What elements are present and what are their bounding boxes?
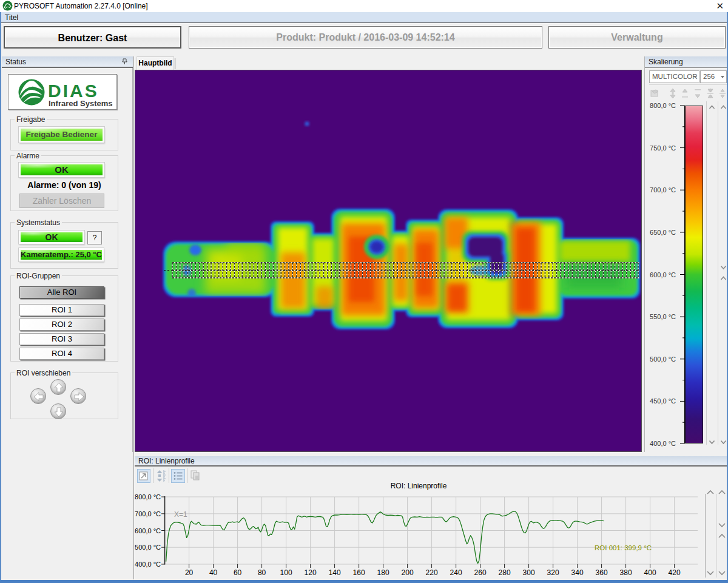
svg-text:DIAS: DIAS [48,81,99,101]
svg-text:300: 300 [523,568,535,577]
svg-text:200: 200 [402,568,414,577]
svg-text:60: 60 [234,568,242,577]
svg-text:100: 100 [280,568,292,577]
svg-text:140: 140 [329,568,341,577]
svg-text:400,0 °C: 400,0 °C [135,561,161,568]
svg-text:20: 20 [185,568,194,577]
svg-text:420: 420 [669,568,681,577]
svg-text:800,0 °C: 800,0 °C [135,493,161,500]
svg-text:160: 160 [353,568,365,577]
svg-text:320: 320 [547,568,559,577]
svg-text:260: 260 [474,568,487,577]
svg-text:360: 360 [596,568,608,577]
svg-text:ROI: Linienprofile: ROI: Linienprofile [391,482,447,490]
svg-text:Infrared Systems: Infrared Systems [49,99,113,108]
svg-text:700,0 °C: 700,0 °C [135,510,161,517]
svg-text:600,0 °C: 600,0 °C [135,527,161,534]
svg-text:400: 400 [644,568,656,577]
svg-text:220: 220 [426,568,438,577]
svg-text:240: 240 [450,568,462,577]
svg-text:340: 340 [571,568,584,577]
svg-text:380: 380 [620,568,632,577]
svg-text:180: 180 [377,568,389,577]
svg-text:80: 80 [258,568,266,577]
svg-text:500,0 °C: 500,0 °C [135,544,161,551]
svg-text:40: 40 [209,568,218,577]
svg-text:ROI 001: 399,9 °C: ROI 001: 399,9 °C [595,544,652,551]
svg-text:X=1: X=1 [174,510,187,519]
svg-text:280: 280 [499,568,511,577]
svg-text:120: 120 [305,568,317,577]
